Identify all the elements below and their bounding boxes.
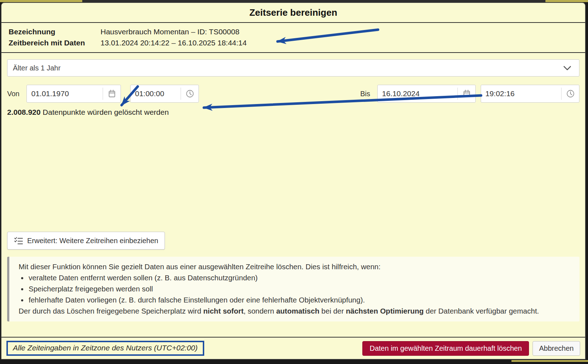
to-date-input[interactable] [378,85,457,102]
info-bullet-list: veraltete Daten entfernt werden sollen (… [19,272,572,305]
dialog-title: Zeitserie bereinigen [1,3,585,23]
chevron-down-icon [563,66,571,70]
cleanup-timeseries-dialog: Zeitserie bereinigen Bezeichnung Hausver… [1,2,586,360]
cancel-button[interactable]: Abbrechen [533,341,580,356]
bezeichnung-value: Hausverbrauch Momentan – ID: TS00008 [101,26,239,37]
info-outro: Der durch das Löschen freigegebene Speic… [19,305,572,316]
info-bullet: veraltete Daten entfernt werden sollen (… [28,272,572,283]
calendar-icon [108,89,116,98]
header-row-bezeichnung: Bezeichnung Hausverbrauch Momentan – ID:… [9,26,578,37]
datetime-range-row: Von [7,85,579,103]
to-group: Bis [360,85,579,103]
age-filter-selected-value: Älter als 1 Jahr [13,64,60,72]
zeitbereich-label: Zeitbereich mit Daten [9,37,101,48]
to-time-field [481,85,579,103]
from-time-field [130,85,199,103]
from-date-picker-button[interactable] [103,88,121,100]
timeseries-header-info: Bezeichnung Hausverbrauch Momentan – ID:… [1,23,585,53]
timezone-note: Alle Zeiteingaben in Zeitzone des Nutzer… [13,344,198,352]
to-date-picker-button[interactable] [457,88,475,100]
dialog-body: Älter als 1 Jahr Von [1,53,585,337]
clock-icon [566,89,575,98]
dialog-footer: Alle Zeiteingaben in Zeitzone des Nutzer… [1,337,585,359]
bezeichnung-label: Bezeichnung [9,26,101,37]
from-group: Von [7,85,199,103]
window-bottom-strip [511,360,588,362]
delete-count-value: 2.008.920 [7,108,40,116]
delete-count-text: Datenpunkte würden gelöscht werden [43,108,169,116]
delete-count-line: 2.008.920 Datenpunkte würden gelöscht we… [7,108,579,117]
info-bullet: Speicherplatz freigegeben werden soll [28,283,572,294]
function-info-box: Mit dieser Funktion können Sie gezielt D… [7,257,579,321]
to-time-picker-button[interactable] [561,88,579,100]
from-label: Von [7,90,19,98]
zeitbereich-value: 13.01.2024 20:14:22 – 16.10.2025 18:44:1… [101,37,247,48]
info-intro: Mit dieser Funktion können Sie gezielt D… [19,261,572,272]
advanced-expand-label: Erweitert: Weitere Zeitreihen einbeziehe… [27,237,158,245]
advanced-expand-button[interactable]: Erweitert: Weitere Zeitreihen einbeziehe… [7,232,165,250]
from-time-input[interactable] [131,85,181,102]
calendar-icon [462,89,471,98]
from-time-picker-button[interactable] [181,88,199,100]
to-label: Bis [360,90,370,98]
to-time-input[interactable] [481,85,561,102]
header-row-zeitbereich: Zeitbereich mit Daten 13.01.2024 20:14:2… [9,37,578,48]
delete-data-button[interactable]: Daten im gewählten Zeitraum dauerhaft lö… [362,341,529,356]
clock-icon [185,89,195,98]
from-date-input[interactable] [27,85,103,102]
footer-buttons: Daten im gewählten Zeitraum dauerhaft lö… [362,341,580,356]
timezone-note-highlight: Alle Zeiteingaben in Zeitzone des Nutzer… [6,341,204,356]
info-bullet: fehlerhafte Daten vorliegen (z. B. durch… [28,294,572,305]
to-date-field [377,85,476,103]
age-filter-select[interactable]: Älter als 1 Jahr [7,59,579,77]
from-date-field [26,85,121,103]
list-check-icon [14,236,23,245]
